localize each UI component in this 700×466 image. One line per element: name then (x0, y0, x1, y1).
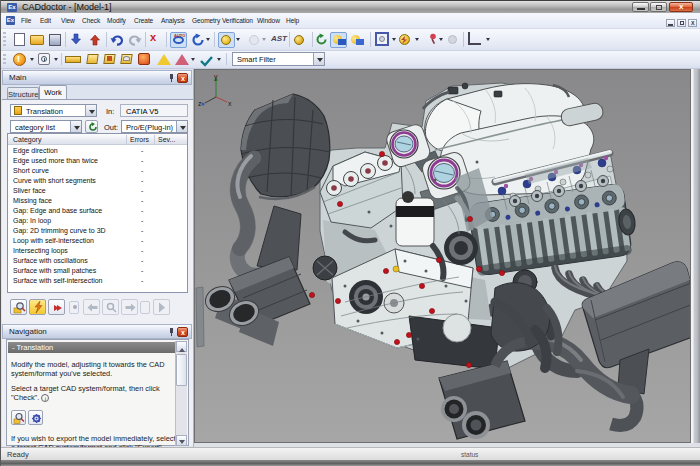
svg-text:z: z (198, 100, 202, 107)
svg-text:y: y (214, 73, 218, 81)
svg-text:x: x (228, 100, 232, 107)
